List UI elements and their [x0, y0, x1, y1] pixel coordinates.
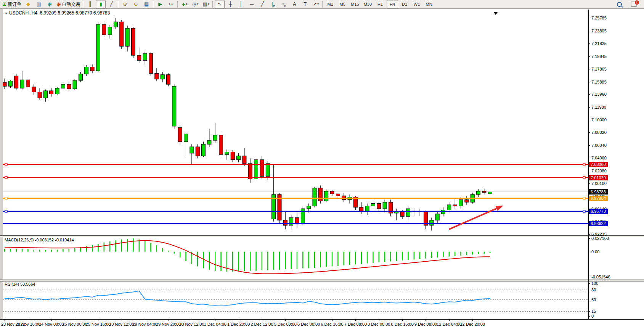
bull-candle — [313, 187, 316, 207]
fibonacci-button[interactable]: ≡F — [279, 0, 289, 8]
indicators-icon: + — [182, 0, 185, 8]
trend-arrow-annotation[interactable] — [449, 206, 504, 229]
price-chart-panel[interactable] — [3, 11, 588, 235]
line-handle[interactable] — [583, 210, 585, 212]
text-button[interactable]: A — [289, 0, 299, 8]
gold-button[interactable]: ◆ — [23, 0, 33, 8]
new-order-button[interactable]: ⊞新订单 — [1, 0, 22, 8]
price-axis-label: 7.02080 — [591, 169, 607, 173]
arrows-button[interactable]: ↗▾ — [311, 0, 321, 8]
cursor-icon: ↖ — [218, 0, 222, 8]
axis-tick — [589, 145, 590, 146]
line-handle[interactable] — [5, 163, 7, 166]
line-handle[interactable] — [583, 197, 585, 199]
line-handle[interactable] — [583, 163, 585, 166]
rsi-indicator-label: RSI(14) 53.5664 — [5, 282, 35, 286]
timeframe-button-m15[interactable]: M15 — [349, 0, 361, 8]
chart-shift-marker-icon[interactable] — [494, 12, 498, 15]
timeframe-button-m5[interactable]: M5 — [337, 0, 348, 8]
chevron-down-icon[interactable]: ▾ — [317, 0, 319, 8]
indicators-button[interactable]: +▾ — [180, 0, 190, 8]
timeframe-button-d1[interactable]: D1 — [399, 0, 410, 8]
templates-button[interactable]: ▧▾ — [201, 0, 211, 8]
axis-tick — [589, 283, 590, 284]
bull-candle — [61, 82, 65, 90]
price-axis-label: 7.23805 — [591, 29, 607, 33]
equidistant-channel-button[interactable]: ∥E — [268, 0, 278, 8]
timeframe-button-w1[interactable]: W1 — [411, 0, 422, 8]
chevron-down-icon[interactable]: ▾ — [186, 0, 187, 8]
text-icon: A — [293, 0, 296, 8]
bull-candle — [79, 72, 82, 82]
price-axis-label: 7.10000 — [591, 117, 607, 122]
chart-menu-icon[interactable]: ▼ — [5, 12, 8, 15]
text-label-button[interactable]: T — [300, 0, 310, 8]
bull-candle — [207, 129, 211, 147]
notification-badge: 1 — [635, 0, 639, 5]
axis-tick — [589, 94, 590, 95]
line-handle[interactable] — [583, 177, 585, 179]
axis-tick — [589, 132, 590, 133]
chevron-down-icon[interactable]: ▾ — [208, 0, 209, 8]
search-button[interactable] — [614, 0, 624, 8]
toolbar-separator — [153, 1, 154, 8]
timeframe-button-h4[interactable]: H4 — [387, 0, 398, 8]
bull-candle — [488, 191, 492, 195]
auto-scroll-button[interactable]: ▶ — [155, 0, 165, 8]
bear-candle — [14, 74, 18, 90]
price-axis[interactable]: 7.257857.238057.218257.198457.178657.158… — [588, 10, 644, 319]
rsi-panel[interactable] — [3, 281, 588, 319]
timeframe-button-h1[interactable]: H1 — [374, 0, 386, 8]
axis-tick — [589, 31, 590, 31]
time-axis-label: 12 Dec 04:00 — [437, 322, 461, 326]
text-label-icon: T — [304, 0, 307, 8]
market-button[interactable]: ▥ — [34, 0, 44, 8]
axis-tick — [589, 234, 590, 235]
candlestick-chart-button[interactable]: ▮ — [96, 0, 106, 8]
bear-candle — [26, 77, 30, 90]
tile-windows-button[interactable]: ▦ — [141, 0, 151, 8]
bar-chart-button[interactable]: ║ — [85, 0, 95, 8]
time-axis[interactable]: 23 Nov 202223 Nov 16:0024 Nov 08:0025 No… — [0, 319, 644, 328]
bear-candle — [465, 196, 469, 205]
bull-candle — [125, 26, 129, 51]
macd-panel[interactable] — [3, 236, 588, 280]
left-grip-strip[interactable] — [0, 9, 3, 319]
axis-tick — [589, 120, 590, 120]
periods-button[interactable]: ◷▾ — [190, 0, 200, 8]
bull-candle — [371, 201, 375, 210]
chart-shift-button[interactable]: ↦ — [166, 0, 176, 8]
chat-button[interactable]: 1 — [629, 0, 639, 8]
chevron-down-icon[interactable]: ▾ — [197, 0, 198, 8]
zoom-out-button[interactable]: ⊖ — [131, 0, 141, 8]
chart-window[interactable]: ▼USDCNH-,H4 6.99209 6.99265 6.98770 6.98… — [0, 9, 644, 328]
timeframe-button-m1[interactable]: M1 — [324, 0, 336, 8]
bull-candle — [161, 72, 164, 82]
rsi-line — [5, 291, 490, 305]
crosshair-button[interactable]: ┼ — [225, 0, 235, 8]
autotrading-button[interactable]: ◉自动交易 — [55, 0, 81, 8]
bear-candle — [318, 185, 322, 203]
zoom-in-button[interactable]: ⊕ — [120, 0, 130, 8]
time-axis-label: 9 Dec 08:00 — [414, 322, 437, 326]
horizontal-line-button[interactable]: ─ — [247, 0, 257, 8]
cursor-button[interactable]: ↖ — [215, 0, 225, 8]
vertical-line-button[interactable]: │ — [236, 0, 246, 8]
bear-candle — [342, 193, 346, 203]
price-axis-label: 7.04060 — [591, 156, 607, 160]
timeframe-button-mn[interactable]: MN — [423, 0, 435, 8]
signals-button[interactable]: ◉ — [45, 0, 55, 8]
line-handle[interactable] — [5, 177, 7, 179]
rsi-axis-label: 0 — [591, 314, 594, 318]
line-handle[interactable] — [5, 210, 7, 212]
line-chart-button[interactable]: ╱ — [106, 0, 116, 8]
timeframe-button-m30[interactable]: M30 — [362, 0, 374, 8]
bear-candle — [248, 158, 252, 183]
line-handle[interactable] — [5, 197, 7, 199]
chat-icon: 1 — [631, 2, 637, 7]
price-axis-label: 7.00100 — [591, 181, 607, 186]
trendline-button[interactable]: ╱ — [257, 0, 267, 8]
time-axis-tick — [98, 320, 98, 321]
chart-shift-icon: ↦ — [169, 0, 173, 8]
support-line-2-price-badge: 6.93922 — [589, 221, 608, 226]
